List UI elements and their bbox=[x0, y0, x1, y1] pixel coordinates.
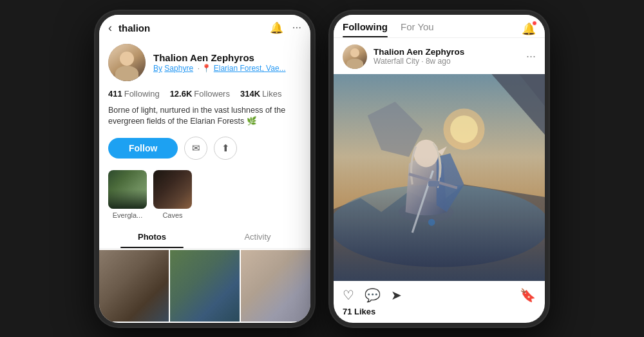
post-author-name: Thalion Aen Zephyros bbox=[374, 47, 520, 57]
svg-point-5 bbox=[413, 139, 439, 167]
svg-line-6 bbox=[412, 170, 433, 232]
post-actions: ♡ 💬 ➤ 🔖 bbox=[334, 281, 545, 305]
profile-name-block: Thalion Aen Zephyros By Saphyre · 📍 Elar… bbox=[153, 52, 301, 73]
feed-nav-header: Following For You 🔔 bbox=[334, 15, 545, 37]
left-phone: ‹ thalion 🔔 ··· Thalion Aen Zephyros By … bbox=[95, 11, 314, 327]
follow-button[interactable]: Follow bbox=[108, 138, 178, 159]
profile-tabs: Photos Activity bbox=[99, 226, 310, 249]
profile-creator: By Saphyre · 📍 Elarian Forest, Vae... bbox=[153, 64, 301, 73]
more-icon[interactable]: ··· bbox=[292, 21, 301, 34]
post-meta: Thalion Aen Zephyros Waterfall City · 8w… bbox=[374, 47, 520, 66]
profile-info: Thalion Aen Zephyros By Saphyre · 📍 Elar… bbox=[99, 39, 310, 85]
album-thumb-forest bbox=[108, 170, 147, 209]
svg-line-7 bbox=[409, 174, 457, 188]
tab-following[interactable]: Following bbox=[343, 21, 388, 37]
album-thumb-caves bbox=[153, 170, 192, 209]
followers-count: 12.6K bbox=[170, 89, 193, 99]
bell-icon[interactable]: 🔔 bbox=[270, 21, 283, 35]
tab-activity[interactable]: Activity bbox=[205, 226, 310, 248]
album-label-caves: Caves bbox=[162, 211, 182, 219]
bio-text: Borne of light, nurtured in the vast lus… bbox=[99, 102, 310, 133]
by-label: By bbox=[153, 64, 162, 73]
photo-item[interactable] bbox=[99, 250, 169, 322]
likes-count: 314K bbox=[240, 89, 260, 99]
post-more-button[interactable]: ··· bbox=[526, 50, 536, 63]
likes-count: 71 Likes bbox=[334, 305, 545, 323]
action-row: Follow ✉ ⬆ bbox=[99, 133, 310, 166]
album-label-forest: Evergla... bbox=[113, 211, 142, 219]
right-phone: Following For You 🔔 Thalion Aen Zephyros… bbox=[330, 11, 549, 327]
album-item[interactable]: Caves bbox=[153, 170, 192, 219]
following-label: Following bbox=[124, 89, 160, 99]
post-illustration bbox=[334, 74, 545, 281]
stat-following[interactable]: 411 Following bbox=[108, 89, 160, 99]
tab-photos[interactable]: Photos bbox=[99, 226, 205, 248]
notification-badge bbox=[532, 21, 537, 26]
feed-screen: Following For You 🔔 Thalion Aen Zephyros… bbox=[334, 15, 545, 323]
svg-point-9 bbox=[428, 218, 435, 226]
tab-for-you[interactable]: For You bbox=[401, 21, 434, 37]
svg-point-3 bbox=[450, 115, 478, 143]
notification-icon[interactable]: 🔔 bbox=[522, 22, 536, 36]
following-count: 411 bbox=[108, 89, 122, 99]
svg-rect-8 bbox=[428, 180, 439, 186]
profile-screen: ‹ thalion 🔔 ··· Thalion Aen Zephyros By … bbox=[99, 15, 310, 323]
photo-item[interactable] bbox=[241, 250, 310, 322]
svg-point-4 bbox=[399, 201, 454, 222]
album-item[interactable]: Evergla... bbox=[108, 170, 147, 219]
post-image bbox=[334, 74, 545, 281]
svg-rect-0 bbox=[334, 74, 545, 281]
photos-grid bbox=[99, 249, 310, 323]
share-button[interactable]: ⬆ bbox=[214, 137, 237, 160]
bookmark-button[interactable]: 🔖 bbox=[520, 287, 536, 303]
page-title: thalion bbox=[118, 23, 270, 34]
share-button[interactable]: ➤ bbox=[391, 287, 402, 303]
message-button[interactable]: ✉ bbox=[184, 137, 207, 160]
photo-item[interactable] bbox=[170, 250, 240, 322]
location-text: Elarian Forest, Vae... bbox=[214, 64, 286, 73]
avatar bbox=[108, 44, 146, 81]
followers-label: Followers bbox=[194, 89, 230, 99]
comment-button[interactable]: 💬 bbox=[365, 287, 381, 303]
back-icon[interactable]: ‹ bbox=[108, 21, 112, 35]
svg-point-1 bbox=[334, 184, 545, 267]
post-header: Thalion Aen Zephyros Waterfall City · 8w… bbox=[334, 38, 545, 74]
likes-label: Likes bbox=[262, 89, 281, 99]
profile-nav-header: ‹ thalion 🔔 ··· bbox=[99, 15, 310, 39]
post-meta-info: Waterfall City · 8w ago bbox=[374, 57, 520, 66]
stats-row: 411 Following 12.6K Followers 314K Likes bbox=[99, 85, 310, 102]
feed-tabs: Following For You bbox=[343, 21, 522, 37]
profile-display-name: Thalion Aen Zephyros bbox=[153, 52, 301, 64]
albums-row: Evergla... Caves bbox=[99, 166, 310, 226]
like-button[interactable]: ♡ bbox=[343, 287, 354, 303]
post-avatar[interactable] bbox=[343, 44, 367, 69]
avatar-image bbox=[108, 44, 146, 81]
header-icons: 🔔 ··· bbox=[270, 21, 301, 35]
stat-likes[interactable]: 314K Likes bbox=[240, 89, 281, 99]
stat-followers[interactable]: 12.6K Followers bbox=[170, 89, 230, 99]
creator-link[interactable]: Saphyre bbox=[164, 64, 193, 73]
